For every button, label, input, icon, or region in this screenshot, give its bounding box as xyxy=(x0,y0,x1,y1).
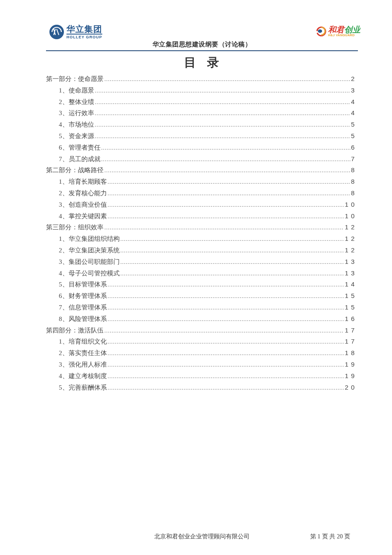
toc-entry[interactable]: 3、运行效率4 xyxy=(46,107,358,119)
toc-entry-label: 7、员工的成就 xyxy=(59,154,101,165)
toc-entry[interactable]: 1、培育长期顾客8 xyxy=(46,176,358,188)
toc-entry[interactable]: 6、财务管理体系15 xyxy=(46,290,358,302)
toc-entry[interactable]: 1、华立集团组织结构12 xyxy=(46,233,358,245)
toc-leader-dots xyxy=(108,371,344,382)
toc-entry-label: 2、落实责任主体 xyxy=(59,348,107,359)
toc-entry[interactable]: 4、建立考核制度19 xyxy=(46,370,358,382)
toc-entry[interactable]: 7、员工的成就7 xyxy=(46,153,358,165)
toc-entry-page: 14 xyxy=(345,279,358,290)
toc-leader-dots xyxy=(108,348,344,359)
toc-entry-page: 12 xyxy=(345,222,358,233)
toc-entry[interactable]: 4、市场地位5 xyxy=(46,119,358,130)
toc-leader-dots xyxy=(101,142,350,153)
toc-leader-dots xyxy=(104,74,350,85)
holley-logo-en: HOLLEY GROUP xyxy=(66,35,102,39)
document-subtitle: 华立集团思想建设纲要（讨论稿） xyxy=(153,40,252,49)
toc-entry[interactable]: 第二部分：战略路径8 xyxy=(46,165,358,176)
toc-entry[interactable]: 5、目标管理体系14 xyxy=(46,279,358,290)
toc-entry-label: 第一部分：使命愿景 xyxy=(46,74,104,85)
toc-entry-label: 1、使命愿景 xyxy=(59,85,94,96)
toc-entry-page: 4 xyxy=(351,107,358,119)
toc-leader-dots xyxy=(101,154,350,165)
toc-entry-page: 18 xyxy=(345,347,358,358)
toc-entry-label: 1、华立集团组织结构 xyxy=(59,234,120,245)
toc-entry-label: 4、母子公司管控模式 xyxy=(59,268,120,279)
toc-entry[interactable]: 第三部分：组织效率12 xyxy=(46,222,358,233)
toc-leader-dots xyxy=(108,279,344,290)
toc-leader-dots xyxy=(108,359,344,370)
toc-entry-page: 12 xyxy=(345,233,358,244)
page-header: 华立集团 HOLLEY GROUP 华立集团思想建设纲要（讨论稿） 和君创业 H… xyxy=(46,26,358,51)
toc-entry[interactable]: 2、整体业绩4 xyxy=(46,96,358,108)
toc-entry[interactable]: 4、掌控关键因素10 xyxy=(46,211,358,222)
toc-leader-dots xyxy=(104,325,344,336)
toc-entry[interactable]: 第四部分：激活队伍17 xyxy=(46,325,358,336)
toc-entry[interactable]: 6、管理者责任6 xyxy=(46,142,358,153)
toc-entry-page: 20 xyxy=(345,382,358,393)
toc-entry-page: 17 xyxy=(345,336,358,347)
hj-vanguard-logo-en: H&J VANGUARD xyxy=(328,34,360,37)
hj-vanguard-logo: 和君创业 H&J VANGUARD xyxy=(315,26,360,37)
toc-entry-label: 1、培育组织文化 xyxy=(59,336,107,347)
toc-entry-label: 5、目标管理体系 xyxy=(59,279,107,290)
toc-entry[interactable]: 3、集团公司职能部门13 xyxy=(46,256,358,268)
toc-entry[interactable]: 1、培育组织文化17 xyxy=(46,336,358,347)
toc-entry-label: 4、掌控关键因素 xyxy=(59,211,107,222)
toc-entry-page: 3 xyxy=(351,85,358,96)
toc-entry-page: 5 xyxy=(351,130,358,142)
page-title: 目录 xyxy=(56,55,358,71)
toc-entry[interactable]: 2、华立集团决策系统12 xyxy=(46,245,358,256)
toc-entry-label: 2、发育核心能力 xyxy=(59,188,107,199)
toc-leader-dots xyxy=(95,108,350,119)
toc-entry-label: 5、完善薪酬体系 xyxy=(59,382,107,393)
toc-entry[interactable]: 1、使命愿景3 xyxy=(46,85,358,96)
toc-entry-page: 16 xyxy=(345,313,358,324)
toc-entry-page: 7 xyxy=(351,153,358,165)
toc-entry-label: 2、华立集团决策系统 xyxy=(59,245,120,256)
toc-entry[interactable]: 第一部分：使命愿景2 xyxy=(46,73,358,85)
holley-logo: 华立集团 HOLLEY GROUP xyxy=(49,25,102,39)
hj-vanguard-logo-cn: 和君创业 xyxy=(328,26,360,34)
toc-entry-label: 8、风险管理体系 xyxy=(59,314,107,325)
toc-entry-page: 2 xyxy=(351,73,358,84)
holley-logo-mark-icon xyxy=(49,25,64,39)
toc-leader-dots xyxy=(108,382,344,393)
toc-entry-label: 第三部分：组织效率 xyxy=(46,222,104,233)
toc-entry-page: 10 xyxy=(345,199,358,210)
toc-entry-label: 5、资金来源 xyxy=(59,131,94,142)
toc-entry-label: 3、强化用人标准 xyxy=(59,359,107,370)
toc-entry-label: 3、创造商业价值 xyxy=(59,199,107,211)
toc-entry-page: 8 xyxy=(351,188,358,199)
toc-leader-dots xyxy=(121,245,344,256)
toc-entry-page: 13 xyxy=(345,256,358,267)
toc-leader-dots xyxy=(108,176,350,188)
toc-entry-page: 17 xyxy=(345,325,358,336)
toc-leader-dots xyxy=(108,302,344,313)
toc-leader-dots xyxy=(108,336,344,347)
toc-entry[interactable]: 4、母子公司管控模式13 xyxy=(46,268,358,279)
toc-entry-label: 3、集团公司职能部门 xyxy=(59,257,120,268)
toc-entry[interactable]: 3、强化用人标准19 xyxy=(46,359,358,370)
toc-entry-label: 4、市场地位 xyxy=(59,119,94,130)
toc-leader-dots xyxy=(108,314,344,325)
toc-entry[interactable]: 2、发育核心能力8 xyxy=(46,188,358,199)
toc-entry-page: 12 xyxy=(345,245,358,256)
toc-leader-dots xyxy=(108,211,344,222)
toc-entry-page: 8 xyxy=(351,176,358,187)
toc-entry[interactable]: 7、信息管理体系15 xyxy=(46,302,358,313)
toc-entry[interactable]: 8、风险管理体系16 xyxy=(46,313,358,325)
toc-leader-dots xyxy=(121,234,344,245)
toc-entry-label: 4、建立考核制度 xyxy=(59,371,107,382)
toc-leader-dots xyxy=(121,268,344,279)
toc-entry-label: 第二部分：战略路径 xyxy=(46,165,104,176)
toc-entry-page: 15 xyxy=(345,290,358,301)
toc-leader-dots xyxy=(108,188,350,199)
toc-entry[interactable]: 3、创造商业价值10 xyxy=(46,199,358,211)
toc-entry[interactable]: 5、资金来源5 xyxy=(46,130,358,142)
toc-entry[interactable]: 5、完善薪酬体系20 xyxy=(46,382,358,393)
toc-entry[interactable]: 2、落实责任主体18 xyxy=(46,347,358,359)
footer-page-number: 第 1 页 共 20 页 xyxy=(310,533,351,541)
toc-leader-dots xyxy=(108,199,344,211)
toc-entry-label: 1、培育长期顾客 xyxy=(59,176,107,188)
toc-entry-page: 15 xyxy=(345,302,358,313)
